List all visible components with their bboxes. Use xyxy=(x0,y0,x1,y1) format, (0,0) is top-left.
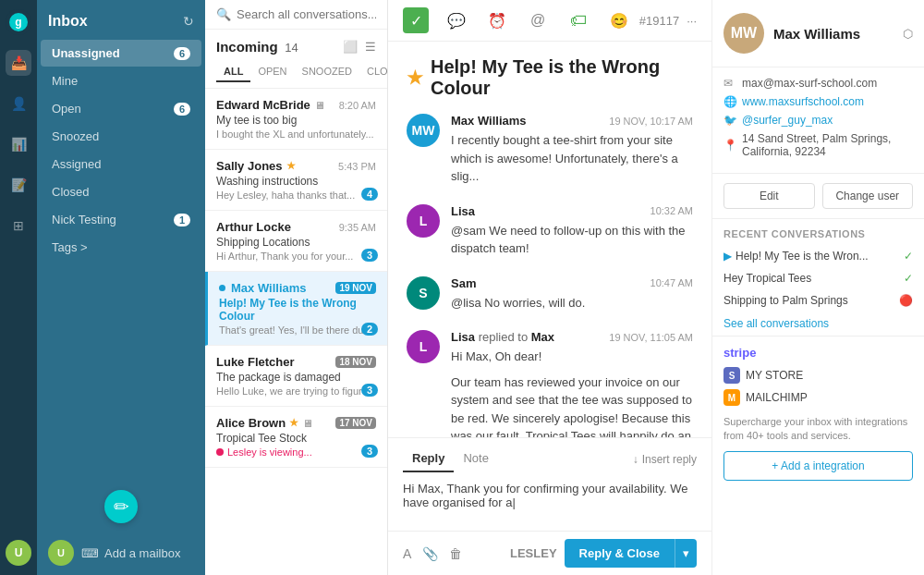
reply-footer: A 📎 🗑 LESLEY Reply & Close ▾ xyxy=(388,531,711,575)
active-conv-indicator: ▶ xyxy=(723,250,732,263)
msg-content-1: Lisa 10:32 AM @sam We need to follow-up … xyxy=(451,204,693,258)
grid-icon: ⊞ xyxy=(13,218,24,233)
msg-header-2: Sam 10:47 AM xyxy=(451,276,693,290)
nav-icon-grid[interactable]: ⊞ xyxy=(6,213,31,239)
sidebar-item-mine[interactable]: Mine xyxy=(41,67,201,94)
compose-button[interactable]: ✏ xyxy=(104,490,138,523)
recent-conv-1[interactable]: Hey Tropical Tees ✓ xyxy=(712,267,924,289)
reply-trash-icon[interactable]: 🗑 xyxy=(449,546,462,561)
email-icon: ✉ xyxy=(723,77,736,90)
conv-item-luke[interactable]: Luke Fletcher 18 NOV The package is dama… xyxy=(205,346,387,407)
add-mailbox-button[interactable]: ⌨ Add a mailbox xyxy=(81,546,180,560)
stripe-logo: stripe xyxy=(723,346,913,360)
sidebar-item-closed[interactable]: Closed xyxy=(41,178,201,205)
tab-all[interactable]: ALL xyxy=(216,62,250,82)
expand-icon[interactable]: ⬡ xyxy=(903,27,913,41)
mailchimp-label: MAILCHIMP xyxy=(746,391,808,404)
refresh-icon[interactable]: ↻ xyxy=(183,14,194,29)
sidebar-item-assigned[interactable]: Assigned xyxy=(41,151,201,177)
conv-subject-luke: The package is damaged xyxy=(216,371,376,384)
message-2: S Sam 10:47 AM @lisa No worries, will do… xyxy=(407,276,693,312)
integration-mystore: S MY STORE xyxy=(723,367,913,384)
reply-footer-icons: A 📎 🗑 xyxy=(403,546,462,561)
resolve-icon[interactable]: ✓ xyxy=(403,7,429,33)
reply-textarea[interactable]: Hi Max, Thank you for confirming your av… xyxy=(388,472,711,528)
sidebar-item-tags[interactable]: Tags > xyxy=(41,234,201,261)
conv-sender-edward: Edward McBride 🖥 xyxy=(216,98,324,112)
conv-subject-max: Help! My Tee is the Wrong Colour xyxy=(219,297,376,323)
conv-item-edward[interactable]: Edward McBride 🖥 8:20 AM My tee is too b… xyxy=(205,89,387,150)
snooze-icon[interactable]: ⏰ xyxy=(484,7,510,33)
recent-conv-label-2: Shipping to Palm Springs xyxy=(723,294,899,307)
main-body: ★ Help! My Tee is the Wrong Colour MW Ma… xyxy=(388,42,711,437)
label-icon[interactable]: 🏷 xyxy=(565,7,591,33)
see-all-conversations[interactable]: See all conversations xyxy=(712,312,924,336)
tab-open[interactable]: OPEN xyxy=(250,62,294,82)
sidebar-item-nick-testing[interactable]: Nick Testing 1 xyxy=(41,206,201,233)
insert-reply-button[interactable]: ↓ Insert reply xyxy=(633,453,697,466)
edit-contact-button[interactable]: Edit xyxy=(723,183,815,209)
nav-icon-note[interactable]: 📝 xyxy=(6,172,31,198)
sidebar-item-open[interactable]: Open 6 xyxy=(41,95,201,122)
sidebar-header: Inbox ↻ xyxy=(37,0,205,39)
recent-conversations-list: ▶ Help! My Tee is the Wron... ✓ Hey Trop… xyxy=(712,245,924,312)
avatar-bottom[interactable]: U xyxy=(6,540,31,566)
conv-subject-alice: Tropical Tee Stock xyxy=(216,432,376,445)
reply-send-button[interactable]: Reply & Close xyxy=(565,539,675,568)
chat-icon[interactable]: 💬 xyxy=(444,7,469,33)
conv-sender-luke: Luke Fletcher xyxy=(216,355,295,369)
conv-subject-sally: Washing instructions xyxy=(216,175,376,188)
reply-text-icon[interactable]: A xyxy=(403,546,411,561)
msg-content-2: Sam 10:47 AM @lisa No worries, will do. xyxy=(451,276,693,312)
conv-time-badge-alice: 17 NOV xyxy=(335,417,376,429)
tab-snoozed[interactable]: SNOOZED xyxy=(295,62,359,82)
add-integration-button[interactable]: + Add a integration xyxy=(723,451,913,481)
conv-item-arthur[interactable]: Arthur Locke 9:35 AM Shipping Locations … xyxy=(205,211,387,272)
sidebar-item-snoozed[interactable]: Snoozed xyxy=(41,123,201,150)
msg-header-1: Lisa 10:32 AM xyxy=(451,204,693,218)
conv-badge-max: 2 xyxy=(361,323,378,336)
reply-send-dropdown[interactable]: ▾ xyxy=(675,539,697,568)
tab-reply[interactable]: Reply xyxy=(403,446,454,472)
conv-preview-luke: Hello Luke, we are trying to figure... xyxy=(216,385,376,397)
conv-item-alice[interactable]: Alice Brown ★ 🖥 17 NOV Tropical Tee Stoc… xyxy=(205,407,387,468)
sidebar-badge-nick-testing: 1 xyxy=(174,214,190,226)
sidebar-label-nick-testing: Nick Testing xyxy=(52,213,116,226)
sidebar-label-assigned: Assigned xyxy=(52,157,101,171)
msg-time-3: 19 NOV, 11:05 AM xyxy=(609,332,693,343)
conv-list-title-group: Incoming 14 xyxy=(216,39,298,55)
conv-archive-icon[interactable]: ⬜ xyxy=(343,40,358,54)
reply-attach-icon[interactable]: 📎 xyxy=(422,546,438,561)
avatar-lisa-3: L xyxy=(407,330,440,363)
sidebar-item-unassigned[interactable]: Unassigned 6 xyxy=(41,40,201,67)
conv-item-max[interactable]: Max Williams 19 NOV Help! My Tee is the … xyxy=(205,272,387,346)
nav-icon-person[interactable]: 👤 xyxy=(6,91,31,116)
conv-item-sally[interactable]: Sally Jones ★ 5:43 PM Washing instructio… xyxy=(205,150,387,211)
search-input[interactable] xyxy=(237,7,376,21)
conv-list-title: Incoming xyxy=(216,39,278,55)
change-user-button[interactable]: Change user xyxy=(822,183,914,209)
contact-info: ✉ max@max-surf-school.com 🌐 www.maxsurfs… xyxy=(712,67,924,174)
sidebar-label-unassigned: Unassigned xyxy=(52,46,120,60)
chart-icon: 📊 xyxy=(11,137,27,152)
nav-icon-chart[interactable]: 📊 xyxy=(6,131,31,157)
avatar-sam-2: S xyxy=(407,276,440,310)
msg-time-0: 19 NOV, 10:17 AM xyxy=(609,116,693,127)
msg-content-0: Max Williams 19 NOV, 10:17 AM I recently… xyxy=(451,114,693,186)
emoji-icon[interactable]: 😊 xyxy=(606,7,632,33)
conv-menu-icon[interactable]: ☰ xyxy=(365,40,376,54)
mention-icon[interactable]: @ xyxy=(525,7,551,33)
toolbar-left: ✓ 💬 ⏰ @ 🏷 😊 xyxy=(403,7,632,33)
tab-note[interactable]: Note xyxy=(454,446,497,472)
contact-website[interactable]: www.maxsurfschool.com xyxy=(742,95,864,108)
add-mailbox-label: Add a mailbox xyxy=(104,546,180,560)
recent-conv-2[interactable]: Shipping to Palm Springs 🔴 xyxy=(712,289,924,312)
contact-twitter: @surfer_guy_max xyxy=(742,114,833,127)
msg-sender-3: Lisa replied to Max xyxy=(451,330,554,344)
more-options-icon[interactable]: ··· xyxy=(687,14,697,28)
nav-icon-inbox[interactable]: 📥 xyxy=(6,50,31,76)
recent-conv-0[interactable]: ▶ Help! My Tee is the Wron... ✓ xyxy=(712,245,924,267)
sidebar-label-mine: Mine xyxy=(52,74,78,88)
note-icon: 📝 xyxy=(11,177,27,192)
message-1: L Lisa 10:32 AM @sam We need to follow-u… xyxy=(407,204,693,258)
